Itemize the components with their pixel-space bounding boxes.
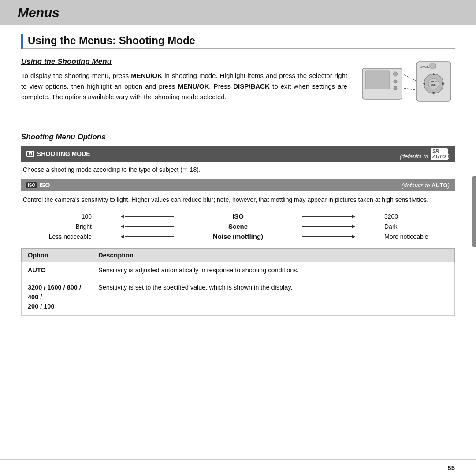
scale-scene-right: Dark xyxy=(384,223,442,230)
scale-iso-right: 3200 xyxy=(384,213,442,220)
iso-bar-left: ISO ISO xyxy=(26,182,50,189)
intro-paragraph: To display the shooting menu, press MENU… xyxy=(21,71,347,102)
scale-arrow-left-scene xyxy=(121,224,174,229)
scale-arrow-right-iso xyxy=(302,214,355,219)
using-shooting-menu-subtitle: Using the Shooting Menu xyxy=(21,57,347,66)
shooting-mode-icon: ⊡ xyxy=(26,151,34,157)
shooting-mode-description: Choose a shooting mode according to the … xyxy=(21,164,455,175)
iso-bar: ISO ISO (defaults to AUTO) xyxy=(21,179,455,191)
intro-section: Using the Shooting Menu To display the s… xyxy=(21,57,455,121)
scale-iso-left: 100 xyxy=(34,213,92,220)
arrow-head-right-scene xyxy=(352,224,355,229)
shooting-mode-suffix: ) xyxy=(448,153,450,160)
table-header-description: Description xyxy=(92,249,455,262)
shooting-menu-options-title: Shooting Menu Options xyxy=(21,133,455,141)
iso-auto-badge: AUTO xyxy=(431,182,448,189)
page-title: Menus xyxy=(18,5,458,20)
top-header-bar: Menus xyxy=(0,0,476,25)
camera-diagram: BACK MENU /OK xyxy=(358,57,455,121)
table-cell-desc-auto: Sensitivity is adjusted automatically in… xyxy=(92,262,455,279)
table-cell-option-values: 3200 / 1600 / 800 / 400 /200 / 100 xyxy=(22,279,92,315)
table-row: AUTO Sensitivity is adjusted automatical… xyxy=(22,262,455,279)
arrow-head-right-iso xyxy=(352,214,355,219)
scale-iso-center: ISO xyxy=(203,212,273,220)
shooting-mode-defaults-text: (defaults to xyxy=(400,153,430,160)
scale-noise-right: More noticeable xyxy=(384,233,442,240)
svg-rect-9 xyxy=(430,64,436,68)
scrollbar-indicator xyxy=(472,176,476,247)
scale-row-iso: 100 ISO 3200 xyxy=(34,212,442,220)
shooting-mode-bar-left: ⊡ SHOOTING MODE xyxy=(26,150,90,157)
table-row: 3200 / 1600 / 800 / 400 /200 / 100 Sensi… xyxy=(22,279,455,315)
iso-icon: ISO xyxy=(26,182,37,188)
scale-noise-center: Noise (mottling) xyxy=(203,233,273,240)
section-title: Using the Menus: Shooting Mode xyxy=(21,34,455,49)
scale-row-noise: Less noticeable Noise (mottling) More no… xyxy=(34,233,442,240)
svg-line-5 xyxy=(404,75,417,82)
arrow-line-right-noise xyxy=(302,236,352,237)
svg-text:MENU: MENU xyxy=(431,80,438,83)
arrow-line-right-scene xyxy=(302,226,352,227)
svg-rect-1 xyxy=(365,71,390,89)
shooting-menu-options-section: Shooting Menu Options ⊡ SHOOTING MODE (d… xyxy=(21,133,455,316)
shooting-mode-defaults: (defaults to SRAUTO) xyxy=(400,148,450,160)
scale-arrow-right-scene xyxy=(302,224,355,229)
iso-scale: 100 ISO 3200 Bright xyxy=(21,212,455,240)
shooting-mode-bar: ⊡ SHOOTING MODE (defaults to SRAUTO) xyxy=(21,146,455,162)
shooting-mode-label: SHOOTING MODE xyxy=(37,150,90,157)
arrow-line-left-scene xyxy=(125,226,174,227)
svg-text:BACK: BACK xyxy=(420,65,429,69)
scale-arrow-left-iso xyxy=(121,214,174,219)
svg-point-4 xyxy=(394,86,397,90)
page-number: 55 xyxy=(447,464,455,472)
arrow-head-left-iso xyxy=(121,214,124,219)
arrow-line-right-iso xyxy=(302,216,352,217)
scale-noise-left: Less noticeable xyxy=(34,233,92,240)
page-footer: 55 xyxy=(0,459,476,476)
iso-defaults-text: (defaults to xyxy=(402,182,431,189)
scale-arrow-left-noise xyxy=(121,234,174,239)
arrow-head-left-scene xyxy=(121,224,124,229)
svg-text:/OK: /OK xyxy=(431,83,436,86)
arrow-line-left-noise xyxy=(125,236,174,237)
main-content: Using the Menus: Shooting Mode Using the… xyxy=(0,25,476,459)
svg-line-6 xyxy=(404,88,417,90)
iso-bar-right: (defaults to AUTO) xyxy=(402,182,450,189)
scale-scene-left: Bright xyxy=(34,223,92,230)
scale-row-scene: Bright Scene Dark xyxy=(34,223,442,230)
table-cell-option-auto: AUTO xyxy=(22,262,92,279)
camera-diagram-svg: BACK MENU /OK xyxy=(360,57,453,121)
table-header-option: Option xyxy=(22,249,92,262)
table-cell-desc-values: Sensitivity is set to the specified valu… xyxy=(92,279,455,315)
intro-text-block: Using the Shooting Menu To display the s… xyxy=(21,57,347,121)
options-table: Option Description AUTO Sensitivity is a… xyxy=(21,248,455,316)
arrow-head-left-noise xyxy=(121,234,124,239)
shooting-mode-badge: SRAUTO xyxy=(431,148,448,160)
arrow-head-right-noise xyxy=(352,234,355,239)
scale-arrow-right-noise xyxy=(302,234,355,239)
arrow-line-left-iso xyxy=(125,216,174,217)
iso-suffix: ) xyxy=(448,182,450,189)
iso-description: Control the camera's sensitivity to ligh… xyxy=(21,193,455,206)
svg-point-2 xyxy=(393,72,398,76)
iso-label: ISO xyxy=(39,182,50,189)
svg-point-3 xyxy=(394,80,397,83)
scale-scene-center: Scene xyxy=(203,223,273,230)
